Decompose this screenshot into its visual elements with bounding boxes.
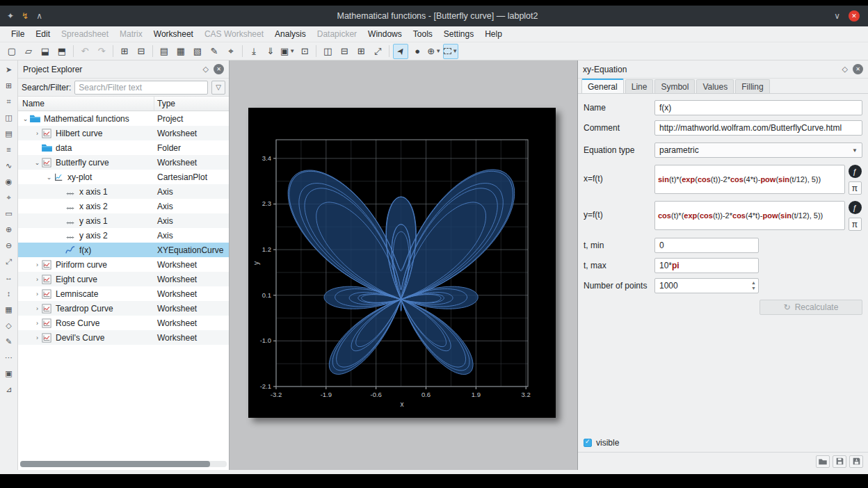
menu-analysis[interactable]: Analysis (269, 28, 312, 40)
tree-row-y-axis-2[interactable]: y axis 2Axis (18, 228, 229, 243)
load-template-button[interactable] (816, 455, 830, 468)
menu-settings[interactable]: Settings (438, 28, 479, 40)
tree-row-mathematical-functions[interactable]: ⌄Mathematical functionsProject (18, 111, 229, 126)
t-min-input[interactable]: 0 (654, 238, 759, 253)
side-toolbar-button[interactable]: ↕ (3, 288, 15, 299)
comment-input[interactable]: http://mathworld.wolfram.com/ButterflyCu… (654, 120, 862, 136)
side-toolbar-button[interactable]: ⌗ (3, 96, 15, 107)
worksheet-view[interactable]: -3.2-1.9-0.60.61.93.23.42.31.20.1-1.0-2.… (230, 60, 578, 470)
side-toolbar-button[interactable]: ↔ (3, 272, 15, 283)
tree-row-y-axis-1[interactable]: y axis 1Axis (18, 213, 229, 228)
tree-row-teardrop-curve[interactable]: ›Teardrop CurveWorksheet (18, 301, 229, 316)
tree-row-butterfly-curve[interactable]: ⌄Butterfly curveWorksheet (18, 155, 229, 170)
export-button[interactable]: ▣▼ (280, 44, 296, 59)
window-bolt-icon[interactable]: ↯ (22, 11, 29, 21)
print-preview-button[interactable]: ⬒ (54, 44, 70, 59)
close-dock-icon[interactable]: ✕ (853, 64, 863, 74)
window-close-button[interactable]: ✕ (849, 10, 860, 22)
side-toolbar-button[interactable]: ▭ (3, 208, 15, 219)
horizontal-scrollbar[interactable] (20, 461, 227, 467)
scrollbar-handle[interactable] (20, 461, 210, 467)
new-spreadsheet-button[interactable]: ▤ (156, 44, 172, 59)
side-toolbar-button[interactable]: ◫ (3, 112, 15, 123)
name-input[interactable]: f(x) (654, 100, 862, 115)
tree-row-lemniscate[interactable]: ›LemniscateWorksheet (18, 286, 229, 301)
window-pin-icon[interactable]: ✦ (7, 11, 14, 21)
window-shade-icon[interactable]: ∧ (36, 11, 42, 21)
tree-row-x-axis-2[interactable]: x axis 2Axis (18, 199, 229, 213)
expander-icon[interactable]: › (33, 276, 42, 283)
column-header-name[interactable]: Name (18, 97, 154, 111)
vertical-layout-button[interactable]: ◫ (320, 44, 335, 59)
tab-filling[interactable]: Filling (735, 79, 769, 93)
new-folder-button[interactable]: ⊟ (134, 44, 149, 59)
zoom-fit-button[interactable]: ⊡ (297, 44, 312, 59)
tree-row-hilbert-curve[interactable]: ›Hilbert curveWorksheet (18, 126, 229, 140)
horizontal-layout-button[interactable]: ⊟ (337, 44, 352, 59)
side-toolbar-button[interactable]: ➤ (3, 64, 15, 75)
close-panel-icon[interactable]: ✕ (214, 64, 224, 74)
menu-tools[interactable]: Tools (408, 28, 438, 40)
menu-file[interactable]: File (6, 28, 30, 40)
side-toolbar-button[interactable]: ▤ (3, 128, 15, 139)
side-toolbar-button[interactable]: ⌖ (3, 192, 15, 203)
select-tool-button[interactable]: ➤ (393, 44, 408, 59)
tree-row-x-axis-1[interactable]: x axis 1Axis (18, 184, 229, 199)
expander-icon[interactable]: ⌄ (33, 159, 42, 166)
redo-button[interactable]: ↷ (94, 44, 109, 59)
expander-icon[interactable]: › (33, 261, 42, 268)
expander-icon[interactable]: › (33, 334, 42, 341)
stepper-arrows-icon[interactable]: ▲▼ (751, 280, 756, 291)
side-toolbar-button[interactable]: ⊕ (3, 224, 15, 235)
insert-constant-button[interactable]: π (849, 181, 862, 195)
expander-icon[interactable]: ⌄ (21, 115, 30, 122)
tab-general[interactable]: General (581, 79, 624, 93)
zoom-tool-button[interactable]: ⊕▼ (426, 44, 442, 59)
selection-region-button[interactable]: ▼ (443, 44, 458, 59)
tree-row-f-x-[interactable]: f(x)XYEquationCurve (18, 243, 229, 257)
tree-row-piriform-curve[interactable]: ›Piriform curveWorksheet (18, 257, 229, 272)
menu-worksheet[interactable]: Worksheet (148, 28, 199, 40)
navigate-tool-button[interactable]: ● (410, 44, 425, 59)
tree-row-rose-curve[interactable]: ›Rose CurveWorksheet (18, 316, 229, 330)
expander-icon[interactable]: › (33, 320, 42, 327)
insert-constant-button[interactable]: π (849, 218, 862, 231)
side-toolbar-button[interactable]: ⋯ (3, 352, 15, 363)
new-datapicker-button[interactable]: ⌖ (223, 44, 239, 59)
expander-icon[interactable]: › (33, 305, 42, 312)
save-project-button[interactable]: ⬓ (38, 44, 53, 59)
search-input[interactable] (74, 81, 208, 95)
insert-function-button[interactable]: ƒ (849, 201, 862, 214)
side-toolbar-button[interactable]: ⤢ (3, 256, 15, 267)
undo-button[interactable]: ↶ (77, 44, 93, 59)
save-template-button[interactable] (833, 455, 846, 468)
tree-row-data[interactable]: dataFolder (18, 140, 229, 155)
float-dock-icon[interactable]: ◇ (842, 65, 848, 74)
side-toolbar-button[interactable]: ⊖ (3, 240, 15, 251)
break-layout-button[interactable]: ⤢ (370, 44, 385, 59)
save-default-button[interactable] (849, 455, 863, 468)
side-toolbar-button[interactable]: ▦ (3, 304, 15, 315)
side-toolbar-button[interactable]: ⊿ (3, 384, 15, 395)
window-more-chevron-icon[interactable]: ∨ (834, 11, 840, 21)
side-toolbar-button[interactable]: ✎ (3, 336, 15, 347)
tab-values[interactable]: Values (696, 79, 734, 93)
number-of-points-stepper[interactable]: 1000 ▲▼ (654, 278, 759, 293)
visible-checkbox[interactable] (584, 439, 592, 447)
side-toolbar-button[interactable]: ◉ (3, 176, 15, 187)
open-project-button[interactable]: ▱ (21, 44, 36, 59)
grid-layout-button[interactable]: ⊞ (353, 44, 369, 59)
side-toolbar-button[interactable]: ∿ (3, 160, 15, 171)
insert-function-button[interactable]: ƒ (849, 165, 862, 178)
expander-icon[interactable]: › (33, 291, 42, 298)
float-panel-icon[interactable]: ◇ (203, 65, 209, 74)
menu-edit[interactable]: Edit (30, 28, 56, 40)
new-matrix-button[interactable]: ▦ (173, 44, 188, 59)
plot-area[interactable]: -3.2-1.9-0.60.61.93.23.42.31.20.1-1.0-2.… (248, 108, 556, 418)
recalculate-button[interactable]: ↻ Recalculate (760, 300, 862, 315)
side-toolbar-button[interactable]: ≡ (3, 144, 15, 155)
equation-type-select[interactable]: parametric ▼ (654, 143, 862, 158)
new-workbook-button[interactable]: ⊞ (117, 44, 132, 59)
tab-line[interactable]: Line (625, 79, 654, 93)
filter-options-button[interactable]: ▽ (211, 81, 225, 95)
